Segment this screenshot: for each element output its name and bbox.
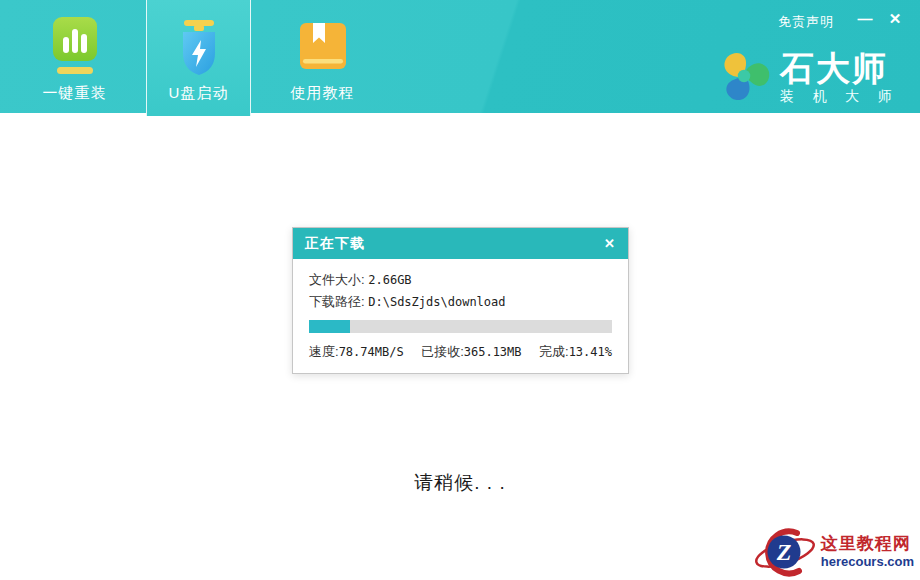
brand-logo: 石大师 装机大师 xyxy=(718,48,892,108)
tab-label: 一键重装 xyxy=(43,84,107,103)
dialog-titlebar[interactable]: 正在下载 ✕ xyxy=(293,228,628,259)
tab-onekey-reinstall[interactable]: 一键重装 xyxy=(22,0,127,113)
minimize-button[interactable]: — xyxy=(854,8,876,30)
please-wait-text: 请稍候. . . xyxy=(0,470,920,496)
disclaimer-link[interactable]: 免责声明 xyxy=(778,13,834,31)
dialog-close-icon[interactable]: ✕ xyxy=(604,236,616,251)
watermark-site-url: herecours.com xyxy=(821,554,914,570)
speed-stat: 速度:78.74MB/S xyxy=(309,343,404,361)
download-path-value: D:\SdsZjds\download xyxy=(368,295,505,309)
download-dialog: 正在下载 ✕ 文件大小: 2.66GB 下载路径: D:\SdsZjds\dow… xyxy=(292,227,629,374)
file-size-label: 文件大小: xyxy=(309,272,365,287)
header: 一键重装 U盘启动 xyxy=(0,0,920,113)
close-button[interactable]: ✕ xyxy=(884,8,906,30)
app-window: 一键重装 U盘启动 xyxy=(0,0,920,580)
progress-bar-fill xyxy=(309,320,350,333)
watermark-logo-icon: Z xyxy=(753,526,819,578)
download-stats-row: 速度:78.74MB/S 已接收:365.13MB 完成:13.41% xyxy=(309,343,612,361)
file-size-value: 2.66GB xyxy=(368,273,411,287)
done-stat: 完成:13.41% xyxy=(539,343,612,361)
brand-title: 石大师 xyxy=(780,50,892,86)
usb-shield-icon xyxy=(175,12,223,86)
watermark-letter: Z xyxy=(775,539,791,565)
download-path-label: 下载路径: xyxy=(309,294,365,309)
tab-tutorial[interactable]: 使用教程 xyxy=(270,0,375,113)
dialog-body: 文件大小: 2.66GB 下载路径: D:\SdsZjds\download 速… xyxy=(293,259,628,373)
download-path-row: 下载路径: D:\SdsZjds\download xyxy=(309,291,612,313)
received-stat: 已接收:365.13MB xyxy=(421,343,521,361)
site-watermark: Z 这里教程网 herecours.com xyxy=(753,526,918,578)
watermark-site-name: 这里教程网 xyxy=(821,534,914,554)
chart-bars-icon xyxy=(51,12,99,86)
tab-label: U盘启动 xyxy=(169,84,229,103)
swirl-logo-icon xyxy=(718,48,770,108)
brand-subtitle: 装机大师 xyxy=(780,88,892,106)
progress-bar-track xyxy=(309,320,612,333)
book-icon xyxy=(299,12,347,86)
tab-usb-boot[interactable]: U盘启动 xyxy=(146,0,251,116)
file-size-row: 文件大小: 2.66GB xyxy=(309,269,612,291)
tab-label: 使用教程 xyxy=(291,84,355,103)
dialog-title: 正在下载 xyxy=(305,235,365,253)
